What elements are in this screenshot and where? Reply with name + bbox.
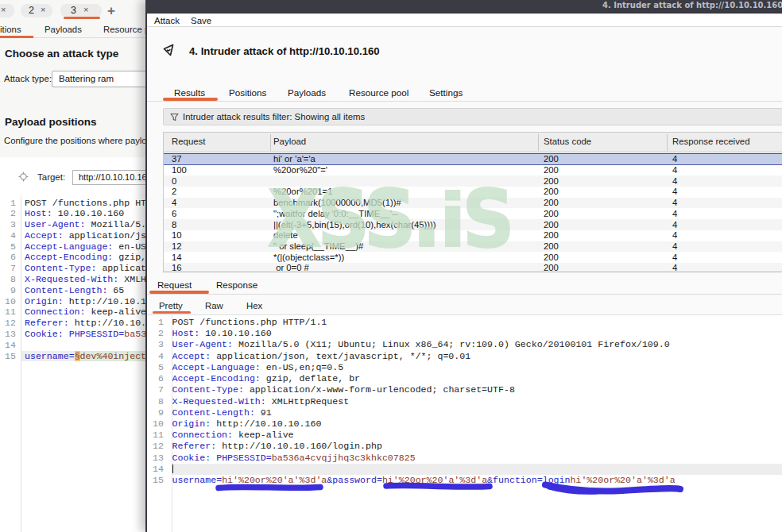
line-number: 6 xyxy=(148,373,164,384)
attack-type-value: Battering ram xyxy=(59,74,114,83)
code-segment: application/json, text/javascript, */*; … xyxy=(211,351,470,361)
code-text: Accept-Encoding: gzip, xyxy=(25,252,146,263)
code-segment: Accept-Encoding: xyxy=(172,373,261,384)
intruder-icon xyxy=(162,43,176,58)
table-row[interactable]: 02004 xyxy=(164,175,782,187)
table-cell: 0 xyxy=(172,176,176,186)
code-line: 3User-Agent: Mozilla/5. xyxy=(0,219,146,230)
tab-hex[interactable]: Hex xyxy=(246,301,262,310)
code-segment: gzip, deflate, br xyxy=(261,373,360,384)
tab-request[interactable]: Request xyxy=(157,279,192,290)
tab-resource-pool[interactable]: Resource pool xyxy=(349,87,408,98)
tab-payloads[interactable]: Payloads xyxy=(288,87,326,98)
table-row[interactable]: 12" or sleep(__TIME__)#2004 xyxy=(164,241,782,253)
attack-window-tab-partial[interactable]: × xyxy=(0,4,14,17)
tab-payloads[interactable]: Payloads xyxy=(45,25,82,34)
table-cell: %20or%20"=' xyxy=(273,165,327,175)
tab-resource-pool[interactable]: Resource p xyxy=(103,25,149,34)
tab-results[interactable]: Results xyxy=(174,87,205,98)
table-row[interactable]: 16 or 0=0 #2004 xyxy=(164,263,782,272)
code-text: X-Requested-With: XMLHttpRequest xyxy=(172,396,350,407)
table-cell: 200 xyxy=(544,209,559,218)
code-line: 3User-Agent: Mozilla/5.0 (X11; Ubuntu; L… xyxy=(148,339,782,350)
code-line: 9Content-Length: 91 xyxy=(148,407,782,418)
table-cell: 37 xyxy=(172,154,182,164)
close-tab-icon[interactable]: × xyxy=(83,5,88,14)
new-tab-button[interactable]: + xyxy=(107,3,115,19)
positions-tab-underline xyxy=(0,36,33,38)
line-number: 8 xyxy=(0,274,16,285)
request-editor[interactable]: 1POST /functions.php HTTP/1.12Host: 10.1… xyxy=(148,317,782,486)
results-table-header[interactable]: Request Payload Status code Response rec… xyxy=(164,133,782,152)
close-tab-icon[interactable]: × xyxy=(41,5,45,14)
tab-positions-partial[interactable]: itions xyxy=(0,25,21,34)
column-divider[interactable] xyxy=(667,134,668,151)
code-line: 7Content-Type: applicat xyxy=(0,263,146,274)
attack-type-dropdown[interactable]: Battering ram xyxy=(52,71,151,87)
table-cell: 14 xyxy=(172,253,182,262)
table-row[interactable]: 8||(elt(-3+5,bin(15),ord(10),hex(char(45… xyxy=(164,219,782,230)
table-cell: 200 xyxy=(544,241,559,251)
positions-request-editor[interactable]: 1POST /functions.php HTT2Host: 10.10.10.… xyxy=(0,198,146,362)
tab-pretty[interactable]: Pretty xyxy=(159,301,183,310)
table-cell: 200 xyxy=(544,230,559,240)
code-segment: Cookie: xyxy=(172,453,211,463)
attack-window-tab-3[interactable]: 3 × xyxy=(60,4,102,17)
table-cell: %20or%201=1 xyxy=(273,187,332,196)
code-segment: gzip, xyxy=(113,252,146,262)
code-line: 11Connection: keep-alive xyxy=(0,306,146,318)
column-divider[interactable] xyxy=(270,134,271,151)
table-row[interactable]: 6";waitfor delay '0:0:__TIME__'--2004 xyxy=(164,208,782,219)
code-text: Accept-Encoding: gzip, deflate, br xyxy=(172,373,361,384)
line-number: 3 xyxy=(148,339,164,350)
table-cell: 200 xyxy=(544,187,559,196)
code-text: Content-Type: applicat xyxy=(25,263,146,274)
code-segment: = xyxy=(266,453,272,463)
results-tab-underline xyxy=(163,98,218,101)
tab-settings[interactable]: Settings xyxy=(429,87,463,98)
table-row[interactable]: 2%20or%201=12004 xyxy=(164,187,782,198)
attack-window-tab-2[interactable]: 2 × xyxy=(21,4,52,17)
target-icon xyxy=(18,172,29,182)
tab-positions[interactable]: Positions xyxy=(229,87,266,98)
column-divider[interactable] xyxy=(538,134,539,151)
tab-raw[interactable]: Raw xyxy=(205,301,223,310)
table-row[interactable]: 4benchmark(10000000,MD5(1))#2004 xyxy=(164,198,782,209)
target-input[interactable]: http://10.10.10.160 xyxy=(72,170,152,185)
table-row[interactable]: 10delete2004 xyxy=(164,230,782,241)
line-number: 4 xyxy=(148,351,164,362)
table-row[interactable]: 100%20or%20"='2004 xyxy=(164,165,782,176)
code-text: User-Agent: Mozilla/5. xyxy=(25,219,146,230)
table-row[interactable]: 37hi' or 'a'='a2004 xyxy=(164,153,782,165)
code-text: X-Requested-With: XMLH xyxy=(25,274,146,285)
tab-response[interactable]: Response xyxy=(216,279,257,290)
code-line: 11Connection: keep-alive xyxy=(148,430,782,441)
menu-attack[interactable]: Attack xyxy=(154,16,180,25)
code-line: 10Origin: http://10.10.1 xyxy=(0,296,146,307)
table-cell: 4 xyxy=(672,154,677,164)
column-status-code[interactable]: Status code xyxy=(544,137,591,146)
target-label: Target: xyxy=(37,172,65,182)
attack-type-label: Attack type: xyxy=(4,74,52,83)
column-payload[interactable]: Payload xyxy=(273,137,306,146)
code-segment: X-Requested-With: xyxy=(172,396,266,407)
code-segment: 65 xyxy=(107,285,124,295)
line-number: 10 xyxy=(0,296,16,307)
close-tab-icon[interactable]: × xyxy=(1,5,6,14)
table-cell: 4 xyxy=(172,198,176,207)
column-response-received[interactable]: Response received xyxy=(672,137,750,146)
code-segment: User-Agent: xyxy=(25,219,86,229)
table-row[interactable]: 14*(|(objectclass=*))2004 xyxy=(164,252,782,263)
table-cell: 200 xyxy=(544,263,559,272)
menu-save[interactable]: Save xyxy=(191,16,211,25)
code-segment: Content-Length: xyxy=(172,407,255,418)
code-text: Content-Length: 65 xyxy=(25,285,124,296)
table-cell: " or sleep(__TIME__)# xyxy=(273,241,363,251)
results-filter-bar[interactable]: Intruder attack results filter: Showing … xyxy=(163,108,782,125)
code-text: Connection: keep-alive xyxy=(172,430,294,441)
code-segment: Host: xyxy=(25,208,52,218)
table-cell: 4 xyxy=(672,198,677,207)
code-text: Cookie: PHPSESSID=ba53 xyxy=(25,329,146,340)
column-request[interactable]: Request xyxy=(172,137,205,146)
table-cell: 12 xyxy=(172,241,182,251)
